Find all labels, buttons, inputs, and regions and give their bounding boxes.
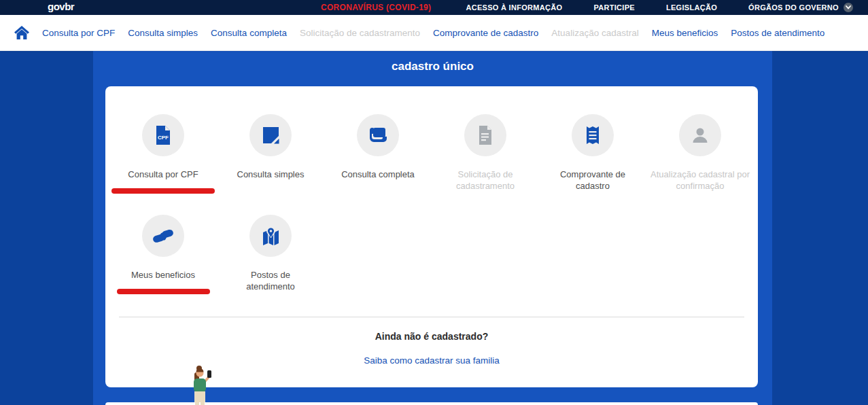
service-tile-atualizacao-cadastral: Atualização cadastral por confirmação: [646, 114, 754, 194]
tile-label: Postos de atendimento: [238, 270, 303, 293]
divider: [119, 317, 744, 317]
services-row-1: CPF Consulta por CPF Consulta simples: [109, 114, 754, 194]
person-icon: [691, 126, 709, 144]
home-icon: [14, 26, 29, 39]
document-lines-icon: [478, 125, 493, 145]
nav-link-consulta-por-cpf[interactable]: Consulta por CPF: [42, 28, 115, 38]
icon-circle: [142, 215, 184, 257]
nav-link-meus-beneficios[interactable]: Meus beneficios: [652, 28, 718, 38]
svg-text:CPF: CPF: [158, 135, 169, 141]
chevron-down-icon: [844, 3, 853, 12]
service-tile-consulta-simples[interactable]: Consulta simples: [217, 114, 324, 194]
service-navbar: Consulta por CPF Consulta simples Consul…: [0, 15, 868, 51]
menu-item-acesso-informacao[interactable]: ACESSO À INFORMAÇÃO: [450, 3, 578, 12]
tile-label: Solicitação de cadastramento: [447, 169, 523, 192]
govbr-logo[interactable]: govbr: [48, 1, 74, 12]
icon-circle: CPF: [142, 114, 184, 156]
nav-link-atualizacao-cadastral: Atualização cadastral: [551, 28, 638, 38]
nav-link-comprovante-cadastro[interactable]: Comprovante de cadastro: [433, 28, 538, 38]
note-icon: [262, 126, 280, 145]
icon-circle: [249, 114, 292, 156]
gov-top-bar: govbr CORONAVÍRUS (COVID-19) ACESSO À IN…: [0, 0, 868, 15]
page-title: cadastro único: [93, 60, 772, 73]
nav-link-consulta-simples[interactable]: Consulta simples: [128, 28, 198, 38]
tile-label: Consulta simples: [237, 169, 305, 181]
service-tile-solicitacao-cadastramento: Solicitação de cadastramento: [432, 114, 539, 194]
menu-item-orgaos-governo[interactable]: ÓRGÃOS DO GOVERNO: [733, 3, 868, 12]
icon-circle: [464, 114, 506, 156]
active-underline: [117, 289, 210, 294]
scroll-icon: [368, 126, 388, 145]
menu-item-label: ÓRGÃOS DO GOVERNO: [748, 3, 839, 12]
nav-link-solicitacao-cadastramento: Solicitação de cadastramento: [300, 28, 420, 38]
icon-circle: [679, 114, 721, 156]
tile-label: Atualização cadastral por confirmação: [650, 169, 750, 192]
service-tile-postos-atendimento[interactable]: Postos de atendimento: [217, 215, 324, 294]
services-row-2: Meus beneficios: [109, 215, 324, 294]
tile-label: Meus beneficios: [131, 270, 195, 281]
map-pin-icon: [260, 226, 281, 246]
cta-question: Ainda não é cadastrado?: [105, 331, 758, 342]
handshake-icon: [152, 227, 175, 245]
tile-label: Consulta por CPF: [128, 169, 198, 181]
nav-link-consulta-completa[interactable]: Consulta completa: [211, 28, 287, 38]
icon-circle: [357, 114, 399, 156]
woman-with-phone-illustration: [188, 364, 226, 405]
nav-link-postos-atendimento[interactable]: Postos de atendimento: [731, 28, 824, 38]
tile-label: Consulta completa: [341, 169, 415, 181]
services-card: CPF Consulta por CPF Consulta simples: [105, 86, 758, 387]
icon-circle: [249, 215, 292, 257]
page-content: cadastro único CPF Consulta por CPF: [0, 51, 868, 405]
nav-links: Consulta por CPF Consulta simples Consul…: [42, 28, 824, 38]
menu-item-participe[interactable]: PARTICIPE: [578, 3, 650, 12]
menu-item-legislacao[interactable]: LEGISLAÇÃO: [650, 3, 733, 12]
gov-top-menu: CORONAVÍRUS (COVID-19) ACESSO À INFORMAÇ…: [314, 0, 848, 15]
service-tile-consulta-completa[interactable]: Consulta completa: [324, 114, 432, 194]
service-tile-consulta-por-cpf[interactable]: CPF Consulta por CPF: [109, 114, 217, 194]
icon-circle: [572, 114, 614, 156]
service-tile-comprovante-cadastro[interactable]: Comprovante de cadastro: [539, 114, 646, 194]
covid-link[interactable]: CORONAVÍRUS (COVID-19): [314, 3, 450, 12]
cpf-document-icon: CPF: [155, 125, 171, 145]
receipt-icon: [585, 125, 600, 145]
service-tile-meus-beneficios[interactable]: Meus beneficios: [109, 215, 217, 294]
content-band: cadastro único CPF Consulta por CPF: [93, 51, 772, 405]
home-button[interactable]: [14, 26, 29, 39]
active-underline: [111, 188, 215, 194]
tile-label: Comprovante de cadastro: [549, 169, 637, 192]
